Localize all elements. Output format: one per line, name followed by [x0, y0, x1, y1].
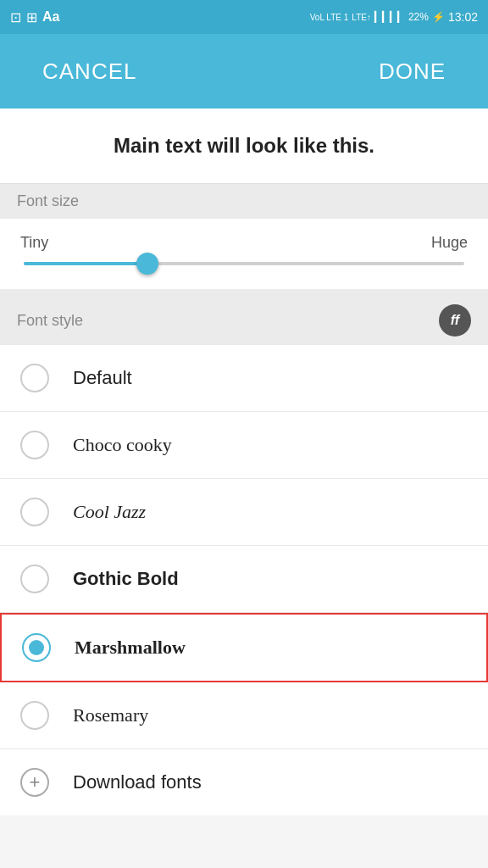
- radio-marshmallow[interactable]: [22, 633, 51, 662]
- preview-text: Main text will look like this.: [114, 134, 374, 157]
- radio-gothic-bold[interactable]: [20, 565, 49, 593]
- font-size-label: Font size: [17, 192, 79, 210]
- action-bar: CANCEL DONE: [0, 34, 488, 108]
- lte-icon: LTE↑: [352, 13, 371, 22]
- radio-rosemary[interactable]: [20, 701, 49, 730]
- widget-icon: ⊞: [26, 9, 37, 25]
- cancel-button[interactable]: CANCEL: [25, 50, 153, 93]
- font-size-area: Tiny Huge: [0, 219, 488, 296]
- slider-thumb[interactable]: [136, 253, 158, 275]
- radio-choco-cooky[interactable]: [20, 431, 49, 459]
- font-item-gothic-bold[interactable]: Gothic Bold: [0, 546, 488, 613]
- time: 13:02: [448, 10, 478, 24]
- font-name-gothic-bold: Gothic Bold: [73, 568, 179, 590]
- font-size-labels: Tiny Huge: [20, 234, 468, 252]
- font-name-cool-jazz: Cool Jazz: [73, 501, 146, 523]
- font-item-cool-jazz[interactable]: Cool Jazz: [0, 479, 488, 546]
- preview-area: Main text will look like this.: [0, 108, 488, 184]
- radio-marshmallow-inner: [29, 640, 44, 655]
- download-fonts-item[interactable]: + Download fonts: [0, 749, 488, 815]
- status-bar-right: VoL LTE 1 LTE↑ ▎▎▎▎ 22% ⚡ 13:02: [310, 10, 478, 24]
- status-bar: ⊡ ⊞ Aa VoL LTE 1 LTE↑ ▎▎▎▎ 22% ⚡ 13:02: [0, 0, 488, 34]
- tiny-label: Tiny: [20, 234, 48, 252]
- download-fonts-label: Download fonts: [73, 771, 202, 793]
- font-name-marshmallow: Marshmallow: [75, 637, 186, 659]
- font-name-default: Default: [73, 367, 132, 389]
- battery-icon: ⚡: [432, 11, 445, 23]
- font-name-choco-cooky: Choco cooky: [73, 434, 172, 456]
- plus-icon[interactable]: +: [20, 768, 49, 797]
- screenshot-icon: ⊡: [10, 9, 21, 25]
- font-item-rosemary[interactable]: Rosemary: [0, 682, 488, 749]
- font-size-slider-track[interactable]: [24, 262, 464, 265]
- signal-bars: ▎▎▎▎: [374, 11, 405, 23]
- radio-cool-jazz[interactable]: [20, 498, 49, 526]
- font-size-section-header: Font size: [0, 184, 488, 219]
- font-list: Default Choco cooky Cool Jazz Gothic Bol…: [0, 345, 488, 815]
- font-style-label: Font style: [17, 312, 83, 330]
- ff-badge[interactable]: ff: [439, 304, 471, 337]
- font-icon: Aa: [42, 9, 59, 25]
- font-item-marshmallow[interactable]: Marshmallow: [0, 613, 488, 682]
- status-bar-left: ⊡ ⊞ Aa: [10, 9, 59, 25]
- slider-fill: [24, 262, 147, 265]
- font-item-default[interactable]: Default: [0, 345, 488, 412]
- done-button[interactable]: DONE: [362, 50, 463, 93]
- font-name-rosemary: Rosemary: [73, 704, 148, 726]
- radio-default[interactable]: [20, 364, 49, 392]
- font-item-choco-cooky[interactable]: Choco cooky: [0, 412, 488, 479]
- huge-label: Huge: [431, 234, 468, 252]
- battery-level: 22%: [408, 11, 429, 23]
- vol-lte-label: VoL LTE 1: [310, 13, 349, 22]
- font-style-section-header: Font style ff: [0, 296, 488, 345]
